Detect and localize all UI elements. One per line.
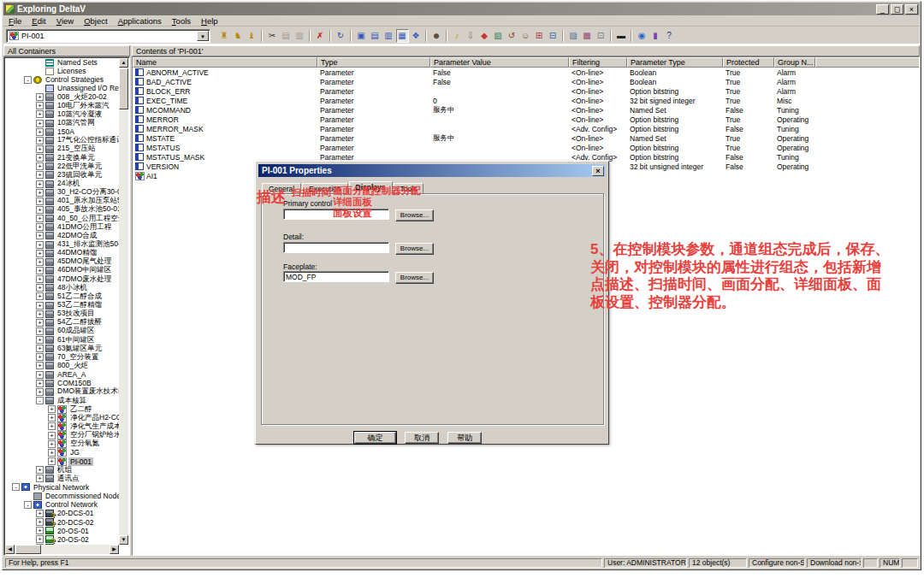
expand-icon[interactable]: + xyxy=(36,145,44,153)
tree-item[interactable]: Decommissioned Nodes xyxy=(5,492,119,500)
books-icon[interactable]: ▮ xyxy=(649,29,662,43)
expand-icon[interactable]: + xyxy=(36,189,44,197)
table-row[interactable]: MSTATUSParameter<On-line>Option bitstrin… xyxy=(133,143,919,152)
column-header-parameter-type[interactable]: Parameter Type xyxy=(627,57,723,68)
view-list-icon[interactable]: ▥ xyxy=(382,29,395,43)
expand-icon[interactable]: + xyxy=(36,206,44,214)
column-header-group-n-[interactable]: Group N... xyxy=(774,57,815,68)
tree-item-label[interactable]: 20-OS-02 xyxy=(56,535,91,544)
expand-icon[interactable]: + xyxy=(36,154,44,162)
cut-icon[interactable]: ✂ xyxy=(266,29,279,43)
tree-item-label[interactable]: 20-OS-01 xyxy=(56,527,91,535)
expand-icon[interactable]: + xyxy=(36,275,44,283)
expand-icon[interactable]: + xyxy=(36,198,44,205)
collapse-icon[interactable]: - xyxy=(12,483,20,491)
expand-icon[interactable]: + xyxy=(48,414,56,422)
view-small-icons-icon[interactable]: ▤ xyxy=(369,29,382,43)
browse-button-0[interactable]: Browse... xyxy=(395,209,434,221)
expand-icon[interactable]: + xyxy=(48,440,56,448)
table-row[interactable]: MERRORParameter<On-line>Option bitstring… xyxy=(133,115,919,124)
assign-icon[interactable]: ◆ xyxy=(478,29,491,43)
expand-icon[interactable]: + xyxy=(48,449,56,457)
view-details-icon[interactable]: ▦ xyxy=(396,29,409,43)
expand-icon[interactable]: + xyxy=(48,405,56,413)
expand-icon[interactable]: + xyxy=(36,162,44,170)
expand-icon[interactable]: + xyxy=(36,518,44,526)
restore-button[interactable]: ◻ xyxy=(891,4,903,15)
table-row[interactable]: BLOCK_ERRParameter<On-line>Option bitstr… xyxy=(133,86,919,96)
refresh-icon[interactable]: ↻ xyxy=(335,29,347,43)
ok-button[interactable]: 确定 xyxy=(354,432,396,444)
delete-icon[interactable]: ✗ xyxy=(314,29,327,43)
tree-horizontal-scrollbar[interactable]: ◀ ▶ xyxy=(5,545,119,554)
explorer-compare-icon[interactable]: ♞ xyxy=(232,29,245,43)
minimize-button[interactable]: _ xyxy=(876,4,889,15)
picture-icon[interactable]: ▧ xyxy=(492,29,505,43)
expand-icon[interactable]: + xyxy=(36,284,44,292)
explore-window-icon[interactable]: ❖ xyxy=(410,29,423,43)
tree-item-label[interactable]: AREA_A xyxy=(56,370,88,379)
expand-icon[interactable]: + xyxy=(36,102,44,109)
vertical-scroll-thumb[interactable] xyxy=(119,68,128,109)
expand-icon[interactable]: + xyxy=(36,371,44,379)
view-large-icons-icon[interactable]: ▣ xyxy=(355,29,368,43)
collapse-icon[interactable]: - xyxy=(24,501,32,509)
scroll-right-icon[interactable]: ▶ xyxy=(110,545,119,554)
tree-item[interactable]: +?20-OS-02 xyxy=(5,535,119,544)
collapse-icon[interactable]: - xyxy=(36,397,44,404)
expand-icon[interactable]: + xyxy=(36,137,44,144)
scroll-left-icon[interactable]: ◀ xyxy=(5,545,15,554)
expand-icon[interactable]: + xyxy=(48,457,56,465)
expand-icon[interactable]: + xyxy=(36,475,44,482)
column-header-protected[interactable]: Protected xyxy=(723,57,774,68)
expand-icon[interactable]: + xyxy=(36,223,44,231)
title-bar[interactable]: Exploring DeltaV _◻× xyxy=(3,3,920,15)
tree-item[interactable]: +空分厂锅炉给水 xyxy=(5,431,119,439)
tree-item[interactable]: +20-OS-01 xyxy=(5,527,119,535)
browse-button-2[interactable]: Browse... xyxy=(395,272,434,284)
expand-icon[interactable]: + xyxy=(36,241,44,249)
tree-item[interactable]: +10蒸汽管网 xyxy=(5,119,119,127)
table-row[interactable]: EXEC_TIMEParameter0<On-line>32 bit signe… xyxy=(133,96,919,105)
user-accounts-icon[interactable]: ☺ xyxy=(519,29,532,43)
expand-icon[interactable]: + xyxy=(36,336,44,344)
table-row[interactable]: ABNORM_ACTIVEParameterFalse<On-line>Bool… xyxy=(133,68,919,77)
tree-item-label[interactable]: 20-DCS-02 xyxy=(56,518,96,527)
column-header-name[interactable]: Name xyxy=(133,57,317,68)
column-header-parameter-value[interactable]: Parameter Value xyxy=(430,57,569,68)
tree-item-label[interactable]: Control Network xyxy=(44,500,99,509)
menu-item-help[interactable]: Help xyxy=(196,16,223,26)
expand-icon[interactable]: + xyxy=(36,310,44,318)
expand-icon[interactable]: + xyxy=(48,432,56,439)
expand-icon[interactable]: + xyxy=(36,171,44,179)
user-icon[interactable]: ☻ xyxy=(430,29,443,43)
history-collection-icon[interactable]: ▨ xyxy=(567,29,580,43)
tree-item[interactable]: +800_火炬 xyxy=(5,362,119,370)
tree-item[interactable]: -Control Strategies xyxy=(5,75,119,84)
tree-item[interactable]: +JG xyxy=(5,448,119,457)
tree-item[interactable]: -成本核算 xyxy=(5,396,119,404)
expand-icon[interactable]: + xyxy=(36,466,44,474)
expand-icon[interactable]: + xyxy=(36,267,44,274)
expand-icon[interactable]: + xyxy=(36,215,44,222)
tree-item[interactable]: +通讯点 xyxy=(5,475,119,483)
download-user-icon[interactable]: ⇩ xyxy=(465,29,477,43)
menu-item-applications[interactable]: Applications xyxy=(113,16,167,26)
column-header-filtering[interactable]: Filtering xyxy=(569,57,627,68)
browse-button-1[interactable]: Browse... xyxy=(395,243,434,255)
help-button[interactable]: 帮助 xyxy=(447,432,482,444)
combobox-dropdown-icon[interactable]: ▼ xyxy=(197,31,209,41)
keyboard-icon[interactable]: ▬ xyxy=(615,29,628,43)
tree-item[interactable]: +?20-DCS-02 xyxy=(5,517,119,526)
configure-icon[interactable]: ↺ xyxy=(506,29,518,43)
monitor-icon[interactable]: ⊡ xyxy=(595,29,607,43)
tree-item[interactable]: +AREA_A xyxy=(5,370,119,379)
tree-item-label[interactable]: Licenses xyxy=(56,67,88,75)
download-grid-icon[interactable]: ⊟ xyxy=(547,29,560,43)
expand-icon[interactable]: + xyxy=(36,527,44,534)
expand-icon[interactable]: + xyxy=(36,180,44,188)
menu-item-tools[interactable]: Tools xyxy=(167,16,196,26)
expand-icon[interactable]: + xyxy=(36,292,44,300)
expand-icon[interactable]: + xyxy=(36,250,44,257)
dialog-close-icon[interactable]: × xyxy=(592,166,604,176)
